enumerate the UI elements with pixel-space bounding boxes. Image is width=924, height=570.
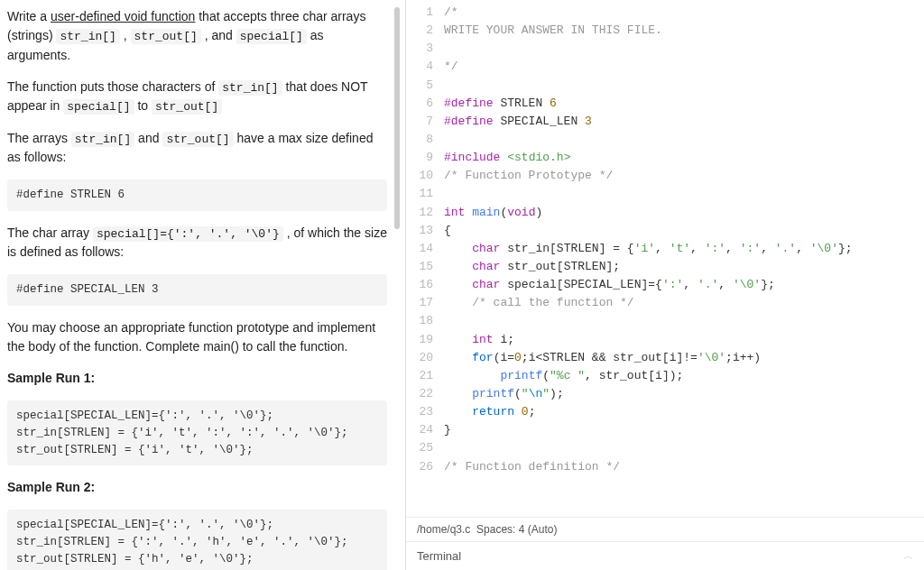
line-content[interactable]: #define STRLEN 6 bbox=[444, 95, 924, 113]
terminal-label: Terminal bbox=[417, 549, 461, 563]
line-number: 2 bbox=[406, 22, 444, 40]
line-content[interactable] bbox=[444, 77, 924, 95]
line-number: 22 bbox=[406, 385, 444, 403]
code-strout2: str_out[] bbox=[162, 132, 233, 147]
code-line[interactable]: 19 int i; bbox=[406, 331, 924, 349]
line-number: 14 bbox=[406, 240, 444, 258]
line-content[interactable] bbox=[444, 439, 924, 457]
line-number: 10 bbox=[406, 167, 444, 185]
code-line[interactable]: 22 printf("\n"); bbox=[406, 385, 924, 403]
paragraph-4: The char array special[]={':', '.', '\0'… bbox=[7, 224, 387, 262]
code-line[interactable]: 12int main(void) bbox=[406, 204, 924, 222]
code-line[interactable]: 21 printf("%c ", str_out[i]); bbox=[406, 367, 924, 385]
line-content[interactable] bbox=[444, 131, 924, 149]
code-line[interactable]: 18 bbox=[406, 312, 924, 330]
line-number: 7 bbox=[406, 113, 444, 131]
line-content[interactable]: { bbox=[444, 222, 924, 240]
line-content[interactable]: #include <stdio.h> bbox=[444, 149, 924, 167]
terminal-bar[interactable]: Terminal ︿ bbox=[406, 541, 924, 570]
line-number: 18 bbox=[406, 312, 444, 330]
code-line[interactable]: 25 bbox=[406, 439, 924, 457]
status-bar: /home/q3.c Spaces: 4 (Auto) bbox=[406, 517, 924, 541]
line-content[interactable]: printf("\n"); bbox=[444, 385, 924, 403]
line-content[interactable]: /* Function definition */ bbox=[444, 458, 924, 476]
line-number: 6 bbox=[406, 95, 444, 113]
paragraph-3: The arrays str_in[] and str_out[] have a… bbox=[7, 129, 387, 168]
line-number: 26 bbox=[406, 458, 444, 476]
chevron-up-icon[interactable]: ︿ bbox=[903, 549, 913, 563]
code-line[interactable]: 8 bbox=[406, 131, 924, 149]
line-content[interactable]: #define SPECIAL_LEN 3 bbox=[444, 113, 924, 131]
file-path: /home/q3.c bbox=[417, 523, 470, 536]
code-special: special[] bbox=[63, 99, 134, 115]
code-arg1: str_in[] bbox=[56, 29, 119, 44]
line-number: 24 bbox=[406, 421, 444, 439]
line-content[interactable]: char special[SPECIAL_LEN]={':', '.', '\0… bbox=[444, 276, 924, 294]
code-editor[interactable]: 1/*2WRITE YOUR ANSWER IN THIS FILE.34*/5… bbox=[406, 0, 924, 517]
code-special-arr: special[]={':', '.', '\0'} bbox=[93, 226, 283, 242]
code-line[interactable]: 15 char str_out[STRLEN]; bbox=[406, 258, 924, 276]
line-content[interactable]: for(i=0;i<STRLEN && str_out[i]!='\0';i++… bbox=[444, 349, 924, 367]
line-content[interactable]: return 0; bbox=[444, 403, 924, 421]
line-number: 16 bbox=[406, 276, 444, 294]
code-strin: str_in[] bbox=[218, 80, 282, 96]
code-line[interactable]: 13{ bbox=[406, 222, 924, 240]
line-content[interactable]: /* call the function */ bbox=[444, 294, 924, 312]
code-line[interactable]: 2WRITE YOUR ANSWER IN THIS FILE. bbox=[406, 22, 924, 40]
code-line[interactable]: 6#define STRLEN 6 bbox=[406, 95, 924, 113]
paragraph-5: You may choose an appropriate function p… bbox=[7, 318, 387, 356]
line-number: 11 bbox=[406, 185, 444, 203]
code-line[interactable]: 11 bbox=[406, 185, 924, 203]
line-content[interactable]: int i; bbox=[444, 331, 924, 349]
editor-panel: 1/*2WRITE YOUR ANSWER IN THIS FILE.34*/5… bbox=[406, 0, 924, 570]
line-content[interactable]: char str_in[STRLEN] = {'i', 't', ':', ':… bbox=[444, 240, 924, 258]
line-content[interactable] bbox=[444, 185, 924, 203]
code-arg3: special[] bbox=[236, 29, 307, 44]
code-line[interactable]: 14 char str_in[STRLEN] = {'i', 't', ':',… bbox=[406, 240, 924, 258]
define-block-2: #define SPECIAL_LEN 3 bbox=[7, 274, 387, 306]
code-line[interactable]: 1/* bbox=[406, 4, 924, 22]
sample1-heading: Sample Run 1: bbox=[7, 369, 387, 388]
line-number: 15 bbox=[406, 258, 444, 276]
code-line[interactable]: 3 bbox=[406, 40, 924, 58]
code-strout: str_out[] bbox=[152, 99, 222, 115]
line-number: 4 bbox=[406, 58, 444, 76]
scrollbar-thumb[interactable] bbox=[394, 7, 400, 229]
line-content[interactable]: /* Function Prototype */ bbox=[444, 167, 924, 185]
line-number: 19 bbox=[406, 331, 444, 349]
line-number: 3 bbox=[406, 40, 444, 58]
code-line[interactable]: 24} bbox=[406, 421, 924, 439]
code-line[interactable]: 20 for(i=0;i<STRLEN && str_out[i]!='\0';… bbox=[406, 349, 924, 367]
line-number: 23 bbox=[406, 403, 444, 421]
code-line[interactable]: 26/* Function definition */ bbox=[406, 458, 924, 476]
line-number: 25 bbox=[406, 439, 444, 457]
code-line[interactable]: 23 return 0; bbox=[406, 403, 924, 421]
sample2-block: special[SPECIAL_LEN]={':', '.', '\0'}; s… bbox=[7, 510, 387, 570]
code-line[interactable]: 5 bbox=[406, 77, 924, 95]
code-arg2: str_out[] bbox=[131, 29, 201, 44]
line-number: 21 bbox=[406, 367, 444, 385]
line-content[interactable]: char str_out[STRLEN]; bbox=[444, 258, 924, 276]
line-content[interactable]: int main(void) bbox=[444, 204, 924, 222]
code-line[interactable]: 9#include <stdio.h> bbox=[406, 149, 924, 167]
code-line[interactable]: 17 /* call the function */ bbox=[406, 294, 924, 312]
code-line[interactable]: 7#define SPECIAL_LEN 3 bbox=[406, 113, 924, 131]
line-content[interactable] bbox=[444, 312, 924, 330]
sample2-heading: Sample Run 2: bbox=[7, 478, 387, 497]
line-content[interactable]: */ bbox=[444, 58, 924, 76]
code-line[interactable]: 16 char special[SPECIAL_LEN]={':', '.', … bbox=[406, 276, 924, 294]
intro-paragraph: Write a user-defined void function that … bbox=[7, 7, 387, 65]
code-strin2: str_in[] bbox=[71, 132, 134, 147]
code-line[interactable]: 4*/ bbox=[406, 58, 924, 76]
line-content[interactable] bbox=[444, 40, 924, 58]
line-content[interactable]: WRITE YOUR ANSWER IN THIS FILE. bbox=[444, 22, 924, 40]
line-number: 17 bbox=[406, 294, 444, 312]
line-content[interactable]: /* bbox=[444, 4, 924, 22]
problem-panel: Write a user-defined void function that … bbox=[0, 0, 406, 570]
define-block-1: #define STRLEN 6 bbox=[7, 179, 387, 211]
line-content[interactable]: printf("%c ", str_out[i]); bbox=[444, 367, 924, 385]
spaces-indicator[interactable]: Spaces: 4 (Auto) bbox=[476, 523, 557, 536]
line-content[interactable]: } bbox=[444, 421, 924, 439]
code-line[interactable]: 10/* Function Prototype */ bbox=[406, 167, 924, 185]
line-number: 9 bbox=[406, 149, 444, 167]
